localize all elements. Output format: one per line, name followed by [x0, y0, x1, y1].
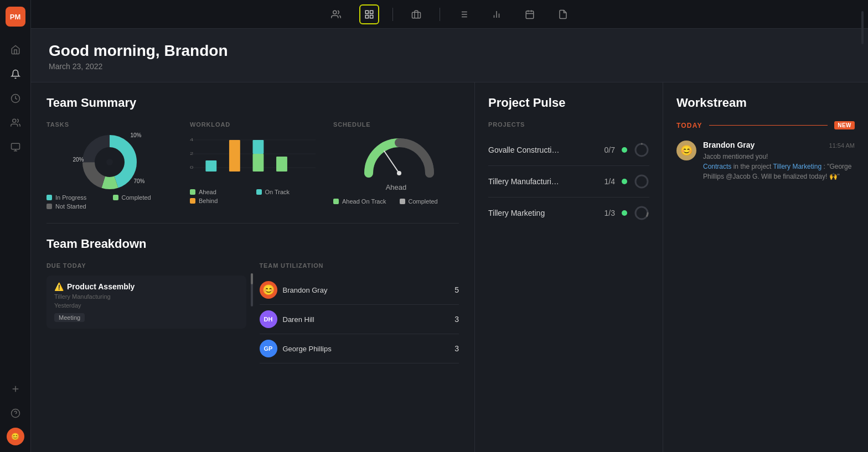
pie-label-20: 20%	[73, 157, 84, 163]
util-item-george[interactable]: GP George Phillips 3	[260, 334, 459, 363]
util-item-brandon[interactable]: 😊 Brandon Gray 5	[260, 276, 459, 305]
svg-point-32	[106, 159, 113, 165]
nav-divider	[392, 8, 393, 21]
workload-chart-block: WORKLOAD 4 2 0	[190, 121, 316, 204]
tasks-label: TASKS	[46, 121, 172, 128]
project-status-govalle	[622, 147, 627, 153]
legend-ahead: Ahead	[190, 189, 250, 195]
sidebar-item-notifications[interactable]	[6, 64, 25, 84]
sidebar: PM 😊	[0, 0, 31, 452]
on-track-dot	[256, 189, 262, 195]
new-badge: NEW	[834, 121, 855, 129]
task-item-title: ⚠️ Product Assembly	[54, 282, 239, 291]
main-area: Good morning, Brandon March 23, 2022 Tea…	[31, 0, 868, 452]
workload-nav-icon[interactable]	[359, 4, 379, 24]
sidebar-item-people[interactable]	[6, 113, 25, 133]
gauge-chart: Ahead	[363, 134, 430, 191]
project-row-tillery-mkt[interactable]: Tillery Marketing 1/3	[488, 198, 649, 228]
schedule-chart-block: SCHEDULE	[333, 121, 459, 205]
people-group-nav-icon[interactable]	[326, 4, 346, 24]
project-count-tillery-mkt: 1/3	[598, 209, 615, 217]
help-icon[interactable]	[6, 403, 25, 423]
team-summary-title: Team Summary	[46, 96, 459, 110]
gauge-status-label: Ahead	[363, 183, 430, 191]
svg-point-9	[333, 11, 337, 14]
avatar-brandon: 😊	[260, 281, 277, 299]
add-icon[interactable]	[6, 379, 25, 399]
page-header: Good morning, Brandon March 23, 2022	[31, 29, 868, 82]
ahead-label: Ahead	[199, 189, 216, 195]
project-row-tillery-mfg[interactable]: Tillery Manufacturi… 1/4	[488, 166, 649, 198]
svg-point-46	[636, 144, 648, 156]
ahead-on-track-dot	[333, 199, 339, 204]
not-started-dot	[46, 204, 52, 209]
workstream-today-header: TODAY NEW	[676, 121, 855, 129]
legend-on-track: On Track	[256, 189, 316, 195]
svg-text:0: 0	[190, 165, 194, 170]
team-breakdown-row: DUE TODAY ⚠️ Product Assembly Tillery Ma…	[46, 262, 459, 363]
projects-label: PROJECTS	[488, 121, 649, 128]
section-divider	[46, 223, 459, 224]
calendar-nav-icon[interactable]	[520, 4, 540, 24]
task-item[interactable]: ⚠️ Product Assembly Tillery Manufacturin…	[46, 276, 246, 329]
svg-rect-11	[370, 11, 373, 13]
nav-divider-2	[440, 8, 440, 21]
ws-link-tillery-marketing[interactable]: Tillery Marketing	[773, 163, 822, 170]
legend-completed: Completed	[113, 194, 173, 201]
project-pulse-title: Project Pulse	[488, 96, 649, 110]
svg-point-45	[397, 171, 401, 175]
team-utilization-column: TEAM UTILIZATION 😊 Brandon Gray 5 DH Dar…	[260, 262, 459, 363]
ws-avatar: 😊	[676, 141, 696, 160]
ws-message: Jacob mentioned you! Contracts in the pr…	[703, 152, 855, 181]
pie-label-10: 10%	[130, 132, 141, 138]
project-name-tillery-mkt: Tillery Marketing	[488, 209, 592, 217]
completed-dot	[113, 195, 118, 200]
chart-nav-icon[interactable]	[487, 4, 507, 24]
sidebar-bottom: 😊	[6, 379, 25, 445]
project-progress-tillery-mkt	[634, 205, 649, 221]
schedule-legend: Ahead On Track Completed	[333, 198, 459, 205]
due-today-label: DUE TODAY	[46, 262, 246, 269]
legend-behind: Behind	[190, 198, 250, 204]
bar-chart: 4 2 0	[190, 134, 316, 184]
tasks-legend: In Progress Completed Not Started	[46, 194, 172, 210]
user-avatar[interactable]: 😊	[7, 428, 24, 445]
not-started-label: Not Started	[55, 203, 86, 210]
scroll-thumb	[251, 273, 253, 284]
project-count-tillery-mfg: 1/4	[598, 177, 615, 186]
sidebar-item-history[interactable]	[6, 89, 25, 108]
project-count-govalle: 0/7	[598, 146, 615, 154]
sidebar-item-projects[interactable]	[6, 137, 25, 157]
svg-rect-39	[205, 160, 216, 172]
project-row-govalle[interactable]: Govalle Constructi… 0/7	[488, 134, 649, 166]
svg-point-50	[636, 207, 648, 219]
svg-rect-2	[11, 143, 19, 149]
charts-row: TASKS	[46, 121, 459, 210]
ws-name: Brandon Gray	[703, 141, 755, 149]
util-item-daren[interactable]: DH Daren Hill 3	[260, 305, 459, 334]
util-count-daren: 3	[454, 315, 459, 324]
svg-rect-10	[365, 11, 368, 13]
util-name-daren: Daren Hill	[283, 315, 450, 324]
svg-rect-14	[412, 12, 421, 18]
util-count-brandon: 5	[454, 285, 459, 294]
sidebar-item-home[interactable]	[6, 40, 25, 60]
svg-rect-24	[526, 11, 534, 19]
briefcase-nav-icon[interactable]	[406, 4, 426, 24]
ws-link-contracts[interactable]: Contracts	[703, 163, 731, 170]
util-name-george: George Phillips	[283, 345, 450, 353]
team-util-label: TEAM UTILIZATION	[260, 262, 459, 269]
app-logo[interactable]: PM	[6, 7, 25, 27]
due-today-column: DUE TODAY ⚠️ Product Assembly Tillery Ma…	[46, 262, 246, 363]
in-progress-dot	[46, 195, 52, 200]
document-nav-icon[interactable]	[553, 4, 573, 24]
svg-point-1	[12, 119, 16, 122]
in-progress-label: In Progress	[55, 194, 86, 201]
task-item-sub2: Yesterday	[54, 302, 239, 309]
project-name-govalle: Govalle Constructi…	[488, 146, 592, 154]
list-nav-icon[interactable]	[453, 4, 473, 24]
workload-legend: Ahead On Track Behind	[190, 189, 316, 204]
task-warning-icon: ⚠️	[54, 282, 64, 291]
task-tag: Meeting	[54, 313, 85, 322]
task-item-sub1: Tillery Manufacturing	[54, 293, 239, 300]
